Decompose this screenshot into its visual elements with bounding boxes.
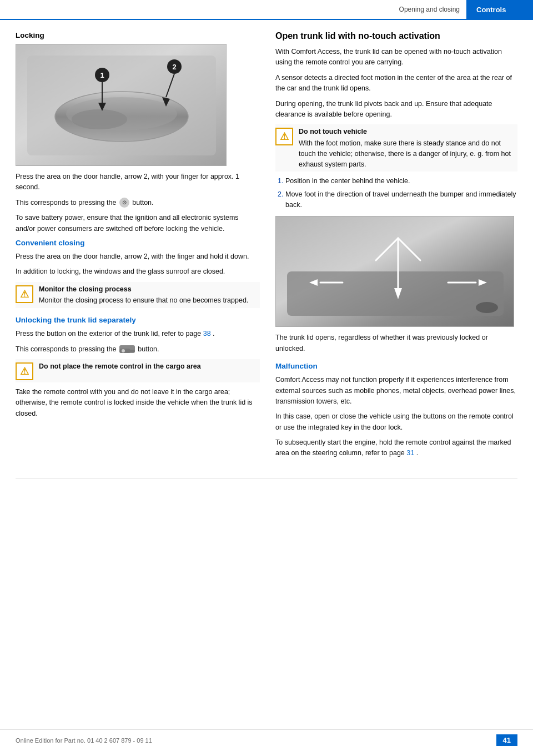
convenient-closing-section: Convenient closing Press the area on the… [16,239,260,308]
warning-cargo-text: Do not place the remote control in the c… [39,361,260,373]
main-content: Locking [0,20,533,478]
convenient-p1: Press the area on the door handle, arrow… [16,251,260,262]
convenient-closing-title: Convenient closing [16,239,260,247]
step-1: Position in the center behind the vehicl… [285,176,517,187]
header-right-label: Controls [466,0,533,19]
step-2: Move foot in the direction of travel und… [285,189,517,211]
unlocking-trunk-section: Unlocking the trunk lid separately Press… [16,316,260,419]
locking-p2: This corresponds to pressing the ⊙ butto… [16,198,260,208]
footer-edition-text: Online Edition for Part no. 01 40 2 607 … [16,737,152,744]
convenient-p2: In addition to locking, the windows and … [16,266,260,277]
unlocking-p2-post: button. [138,345,159,353]
malfunction-p3-post: . [416,449,418,457]
button-circle-icon: ⊙ [119,198,129,208]
page-header: Opening and closing Controls [0,0,533,20]
locking-p3: To save battery power, ensure that the i… [16,213,260,234]
steps-list: Position in the center behind the vehicl… [275,176,517,210]
svg-point-18 [476,302,498,313]
left-column: Locking [16,31,260,467]
warning-cargo-title: Do not place the remote control in the c… [39,361,260,372]
unlocking-p1: Press the button on the exterior of the … [16,329,260,339]
malfunction-p3: To subsequently start the engine, hold t… [275,437,517,459]
unlocking-p1-pre: Press the button on the exterior of the … [16,330,201,337]
locking-p2-pre: This corresponds to pressing the [16,199,116,206]
step-2-text: Move foot in the direction of travel und… [285,190,516,209]
open-trunk-p1: With Comfort Access, the trunk lid can b… [275,47,517,68]
footer-separator [16,478,517,478]
warning-triangle-icon: ⚠ [16,285,33,303]
svg-rect-17 [287,271,504,316]
warning-triangle-icon-3: ⚠ [275,128,293,145]
malfunction-p3-pre: To subsequently start the engine, hold t… [275,439,511,457]
unlocking-p2: This corresponds to pressing the button. [16,344,260,355]
malfunction-p1: Comfort Access may not function properly… [275,375,517,407]
unlocking-p1-link[interactable]: 38 [203,330,211,337]
warning-touch-body: With the foot motion, make sure there is… [299,139,511,168]
right-column: Open trunk lid with no-touch activation … [275,31,517,467]
malfunction-p3-link[interactable]: 31 [406,449,414,457]
page-number: 41 [496,734,517,746]
open-trunk-title: Open trunk lid with no-touch activation [275,31,517,41]
svg-text:2: 2 [172,63,176,71]
svg-point-15 [122,349,125,352]
warning-monitor-text: Monitor the closing process Monitor the … [39,284,260,306]
warning-triangle-icon-2: ⚠ [16,362,33,380]
warning-monitor-body: Monitor the closing process to ensure th… [39,296,248,304]
key-icon [119,345,135,353]
warning-monitor-box: ⚠ Monitor the closing process Monitor th… [16,282,260,309]
warning-monitor-title: Monitor the closing process [39,284,260,295]
page-footer: Online Edition for Part no. 01 40 2 607 … [0,729,533,746]
unlocking-p1-post: . [213,330,214,337]
header-left-label: Opening and closing [0,6,466,13]
svg-point-4 [72,109,127,129]
trunk-caption: The trunk lid opens, regardless of wheth… [275,332,517,354]
step-1-text: Position in the center behind the vehicl… [285,177,410,185]
open-trunk-section: Open trunk lid with no-touch activation … [275,31,517,354]
warning-touch-title: Do not touch vehicle [299,127,517,137]
unlocking-p2-pre: This corresponds to pressing the [16,345,116,353]
malfunction-title: Malfunction [275,362,517,370]
trunk-image [275,216,514,327]
warning-touch-text: Do not touch vehicle With the foot motio… [299,127,517,169]
locking-p1: Press the area on the door handle, arrow… [16,172,260,193]
locking-section: Locking [16,31,260,234]
svg-text:1: 1 [100,71,104,79]
malfunction-section: Malfunction Comfort Access may not funct… [275,362,517,459]
open-trunk-p2: A sensor detects a directed foot motion … [275,73,517,94]
unlocking-trunk-title: Unlocking the trunk lid separately [16,316,260,324]
open-trunk-p3: During opening, the trunk lid pivots bac… [275,99,517,120]
door-handle-image: 1 2 [16,44,227,166]
svg-rect-14 [129,350,135,352]
unlocking-p3: Take the remote control with you and do … [16,387,260,419]
locking-title: Locking [16,31,260,39]
malfunction-p2: In this case, open or close the vehicle … [275,411,517,433]
warning-cargo-box: ⚠ Do not place the remote control in the… [16,359,260,382]
locking-p2-post: button. [132,199,153,206]
warning-touch-box: ⚠ Do not touch vehicle With the foot mot… [275,124,517,172]
